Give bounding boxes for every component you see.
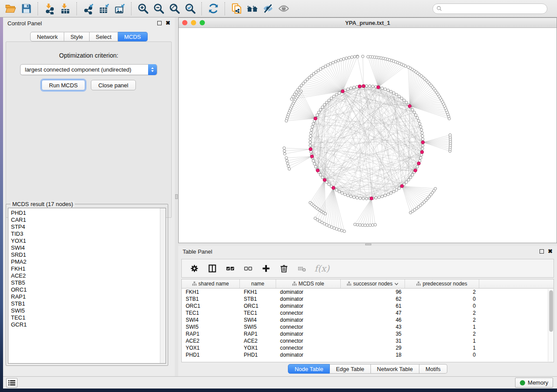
mcds-result-item[interactable]: SWI5 — [11, 307, 166, 314]
cell-shared-name: STB1 — [182, 296, 240, 303]
table-row[interactable]: STB1STB1dominator620 — [182, 296, 554, 303]
delete-table-button — [296, 263, 308, 274]
tab-style[interactable]: Style — [64, 32, 90, 41]
column-header-MCDS-role[interactable]: MCDS role — [276, 279, 341, 288]
table-row[interactable]: SWI4SWI4dominator462 — [182, 316, 554, 323]
close-panel-icon[interactable]: ✖ — [548, 249, 553, 254]
float-panel-icon[interactable] — [157, 21, 162, 25]
zoom-out-button[interactable] — [151, 1, 166, 16]
zoom-in-button[interactable] — [135, 1, 151, 16]
mcds-result-item[interactable]: SWI4 — [11, 244, 166, 251]
tab-network[interactable]: Network — [30, 32, 64, 41]
mcds-result-group: MCDS result (17 nodes) PHD1CAR1STP4TID3Y… — [6, 204, 168, 366]
cell-shared-name: TEC1 — [182, 309, 240, 316]
mcds-result-item[interactable]: TID3 — [11, 230, 166, 237]
tab-mcds[interactable]: MCDS — [118, 32, 147, 41]
search-box[interactable] — [432, 3, 547, 14]
mcds-result-item[interactable]: CAR1 — [11, 217, 166, 224]
table-tab-motifs[interactable]: Motifs — [419, 364, 447, 374]
column-header-predecessor-nodes[interactable]: predecessor nodes — [405, 279, 479, 288]
refresh-button[interactable] — [205, 1, 221, 16]
table-row[interactable]: FKH1FKH1dominator962 — [182, 289, 554, 296]
control-panel-title: Control Panel — [7, 20, 42, 27]
zoom-fit-button[interactable] — [166, 1, 182, 16]
mcds-result-item[interactable]: STP4 — [11, 224, 166, 230]
close-panel-icon[interactable]: ✖ — [166, 21, 170, 25]
export-network-button[interactable] — [80, 1, 96, 16]
table-tab-network-table[interactable]: Network Table — [371, 364, 419, 374]
table-row[interactable]: TEC1TEC1connector472 — [182, 309, 554, 316]
mcds-result-list[interactable]: PHD1CAR1STP4TID3YOX1SWI4SRD1PMA2FKH1ACE2… — [8, 208, 166, 364]
import-network-button[interactable] — [42, 1, 57, 16]
mcds-result-item[interactable]: STB1 — [11, 300, 166, 307]
cell-successor-nodes: 18 — [341, 351, 405, 358]
toolbar-separator — [76, 2, 77, 15]
save-button[interactable] — [18, 1, 34, 16]
table-row[interactable]: PHD1PHD1dominator180 — [182, 351, 554, 358]
mcds-result-item[interactable]: SRD1 — [11, 251, 166, 258]
task-history-button[interactable] — [6, 378, 17, 388]
mcds-result-item[interactable]: TEC1 — [11, 314, 166, 321]
mcds-result-item[interactable]: PHD1 — [11, 210, 166, 217]
run-mcds-button[interactable]: Run MCDS — [42, 80, 85, 90]
hide-selected-eye-button[interactable] — [260, 1, 276, 16]
show-all-eye-button[interactable] — [276, 1, 291, 16]
close-panel-button[interactable]: Close panel — [91, 80, 136, 90]
import-table-button[interactable] — [57, 1, 73, 16]
scrollbar-thumb[interactable] — [549, 290, 553, 332]
split-view-button[interactable] — [207, 263, 218, 274]
mcds-result-item[interactable]: FKH1 — [11, 265, 166, 272]
clone-network-button[interactable] — [228, 1, 244, 16]
splitter-grip[interactable] — [175, 194, 178, 199]
mcds-result-item[interactable]: YOX1 — [11, 237, 166, 244]
mcds-result-item[interactable]: GCR1 — [11, 321, 166, 328]
column-header-successor-nodes[interactable]: successor nodes — [341, 279, 405, 288]
table-row[interactable]: RAP1RAP1dominator352 — [182, 330, 554, 337]
mcds-result-item[interactable]: RAP1 — [11, 293, 166, 300]
table-row[interactable]: ORC1ORC1dominator610 — [182, 303, 554, 309]
network-window-titlebar[interactable]: YPA_prune.txt_1 — [179, 18, 557, 28]
vertical-splitter[interactable] — [175, 17, 178, 376]
open-button[interactable] — [3, 1, 18, 16]
mcds-result-item[interactable]: STB5 — [11, 279, 166, 286]
table-row[interactable]: SWI5SWI5connector431 — [182, 323, 554, 330]
float-panel-icon[interactable] — [540, 249, 544, 254]
table-scrollbar[interactable] — [548, 289, 554, 361]
column-header-name[interactable]: name — [240, 279, 276, 288]
houses-button[interactable] — [244, 1, 260, 16]
cell-name: RAP1 — [240, 330, 276, 337]
cell-shared-name: PHD1 — [182, 351, 240, 358]
select-all-button[interactable] — [225, 263, 236, 274]
add-column-button[interactable] — [260, 263, 272, 274]
export-image-button[interactable] — [112, 1, 128, 16]
table-tab-edge-table[interactable]: Edge Table — [330, 364, 371, 374]
mcds-result-item[interactable]: ORC1 — [11, 286, 166, 293]
mcds-tab-content: Optimization criterion: largest connecte… — [6, 41, 172, 218]
table-row[interactable]: ACE2ACE2connector311 — [182, 337, 554, 344]
zoom-selected-button[interactable] — [182, 1, 198, 16]
search-input[interactable] — [444, 5, 543, 12]
table-row[interactable]: YOX1YOX1connector291 — [182, 344, 554, 351]
cell-shared-name: YOX1 — [182, 344, 240, 351]
splitter-grip[interactable] — [365, 244, 371, 245]
cell-successor-nodes: 43 — [341, 323, 405, 330]
result-list-scrollbar[interactable] — [160, 208, 166, 363]
settings-gear-button[interactable] — [189, 263, 200, 274]
mcds-result-item[interactable]: ACE2 — [11, 272, 166, 279]
memory-button[interactable]: Memory — [515, 378, 553, 388]
export-table-button[interactable] — [96, 1, 112, 16]
memory-label: Memory — [528, 379, 548, 386]
column-header-shared-name[interactable]: shared name — [182, 279, 240, 288]
control-panel-tabs: NetworkStyleSelectMCDS — [3, 32, 175, 41]
memory-status-icon — [520, 380, 525, 385]
cell-MCDS-role: connector — [276, 337, 341, 344]
table-tab-node-table[interactable]: Node Table — [288, 364, 330, 374]
tab-select[interactable]: Select — [90, 32, 118, 41]
delete-column-button[interactable] — [278, 263, 290, 274]
mcds-result-item[interactable]: PMA2 — [11, 258, 166, 265]
network-canvas[interactable] — [179, 28, 557, 243]
cell-name: TEC1 — [240, 309, 276, 316]
network-graph — [179, 28, 557, 243]
deselect-all-button[interactable] — [242, 263, 254, 274]
criterion-dropdown[interactable]: largest connected component (undirected) — [20, 64, 157, 75]
